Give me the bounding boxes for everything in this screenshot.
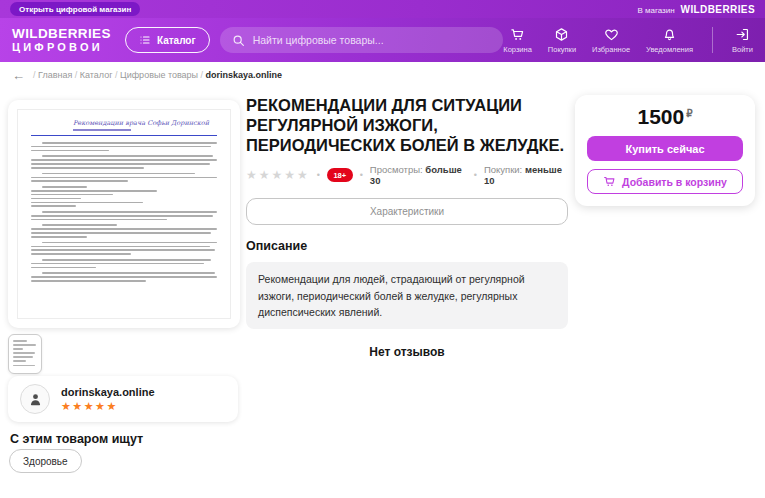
nav-favorites-label: Избранное [592,45,630,54]
logo[interactable]: WILDBERRIES ЦИФРОВОИ [12,27,111,54]
search-icon [232,34,245,47]
seller-card[interactable]: dorinskaya.online ★★★★★ [8,376,238,422]
person-icon [27,391,44,408]
breadcrumb-separator: / [113,70,121,80]
top-strip: Открыть цифровой магазин В магазин WILDB… [0,0,765,18]
price-row: 1500₽ [587,105,743,129]
nav-purchases[interactable]: Покупки [548,27,576,54]
image-thumbnail[interactable] [8,334,42,374]
to-main-store-link[interactable]: В магазин WILDBERRIES [637,4,755,15]
seller-name: dorinskaya.online [61,386,155,398]
buy-now-button[interactable]: Купить сейчас [587,136,743,161]
nav-favorites[interactable]: Избранное [592,27,630,54]
nav-login[interactable]: Войти [732,27,753,54]
age-badge: 18+ [327,168,353,182]
document-text-lines [31,142,217,282]
catalog-button[interactable]: Каталог [125,27,210,53]
currency-symbol: ₽ [686,108,692,119]
cart-icon [510,27,525,42]
product-image-card[interactable]: Рекомендации врача Софьи Доринской [8,100,240,328]
document-header-text: Рекомендации врача Софьи Доринской [73,119,217,127]
avatar [20,384,50,414]
nav-cart[interactable]: Корзина [503,27,532,54]
catalog-button-label: Каталог [157,35,196,46]
breadcrumb-item[interactable]: Цифровые товары [120,70,198,80]
no-reviews-label: Нет отзывов [246,345,568,359]
wildberries-brand-label: WILDBERRIES [681,4,755,15]
package-icon [554,27,569,42]
nav-cart-label: Корзина [503,45,532,54]
cart-icon [603,175,616,188]
price-value: 1500 [637,105,684,128]
nav-notifications[interactable]: Уведомления [646,27,693,54]
meta-dot: • [360,170,363,180]
nav-login-label: Войти [732,45,753,54]
nav-purchases-label: Покупки [548,45,576,54]
breadcrumb: ← / Главная / Каталог / Цифровые товары … [0,62,765,88]
views-label: Просмотры: больше 30 [370,164,467,186]
document-divider-line [31,135,217,137]
breadcrumb-item[interactable]: dorinskaya.online [206,70,283,80]
meta-dot: • [474,170,477,180]
document-sublink-line [73,129,131,131]
product-meta-row: ★★★★★ • 18+ • Просмотры: больше 30 • Пок… [246,164,568,186]
heart-icon [604,27,619,42]
related-tag-button[interactable]: Здоровье [9,449,82,473]
description-text: Рекомендации для людей, страдающий от ре… [246,262,568,329]
characteristics-button[interactable]: Характеристики [246,198,568,225]
breadcrumb-items: / Главная / Каталог / Цифровые товары / … [33,70,282,80]
product-page: Открыть цифровой магазин В магазин WILDB… [0,0,765,498]
logo-line2: ЦИФРОВОИ [12,42,111,53]
search-bar[interactable] [220,27,504,53]
related-tags: Здоровье [9,449,82,473]
breadcrumb-separator: / [72,70,80,80]
open-digital-store-button[interactable]: Открыть цифровой магазин [10,2,140,16]
add-to-cart-button[interactable]: Добавить в корзину [587,169,743,194]
product-title: РЕКОМЕНДАЦИИ ДЛЯ СИТУАЦИИ РЕГУЛЯРНОЙ ИЗЖ… [246,95,568,155]
breadcrumb-item[interactable]: Главная [38,70,72,80]
back-arrow-icon[interactable]: ← [12,69,25,82]
product-main: РЕКОМЕНДАЦИИ ДЛЯ СИТУАЦИИ РЕГУЛЯРНОЙ ИЗЖ… [246,95,568,359]
add-to-cart-label: Добавить в корзину [622,176,727,188]
login-icon [735,27,750,42]
logo-line1: WILDBERRIES [12,27,111,41]
list-icon [139,34,151,46]
bell-icon [662,27,677,42]
seller-rating-stars: ★★★★★ [61,400,155,413]
purchase-card: 1500₽ Купить сейчас Добавить в корзину [575,95,755,206]
header-nav: Корзина Покупки Избранное Уведомления [503,27,753,54]
search-input[interactable] [253,34,492,46]
nav-divider [712,27,713,53]
seller-info: dorinskaya.online ★★★★★ [61,386,155,413]
description-heading: Описание [246,239,568,253]
breadcrumb-item[interactable]: Каталог [80,70,113,80]
to-store-label: В магазин [637,6,674,15]
purchases-label: Покупки: меньше 10 [484,164,568,186]
document-preview: Рекомендации врача Софьи Доринской [17,109,231,319]
meta-dot: • [317,170,320,180]
header: WILDBERRIES ЦИФРОВОИ Каталог Корзина [0,18,765,62]
nav-notifications-label: Уведомления [646,45,693,54]
breadcrumb-separator: / [198,70,206,80]
rating-stars: ★★★★★ [246,168,310,182]
related-heading: С этим товаром ищут [10,432,143,446]
